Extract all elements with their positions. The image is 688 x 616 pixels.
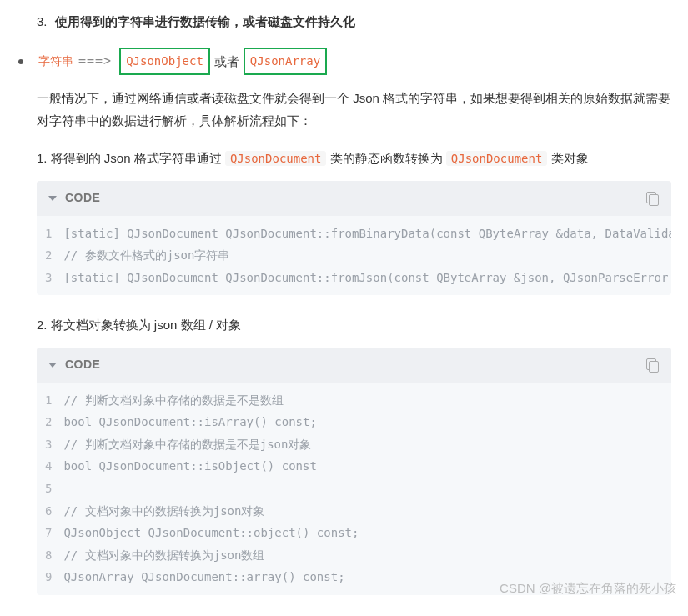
arrow: ===> bbox=[78, 50, 112, 73]
code-body: 1 2 3 4 5 6 7 8 9 // 判断文档对象中存储的数据是不是数组 b… bbox=[37, 383, 671, 595]
preceding-list-item: 3. 使用得到的字符串进行数据传输，或者磁盘文件持久化 bbox=[37, 10, 671, 33]
step-2: 将文档对象转换为 json 数组 / 对象 CODE 1 2 3 4 5 6 7… bbox=[37, 313, 671, 595]
code-line: // 参数文件格式的json字符串 bbox=[63, 248, 229, 262]
code-line: // 判断文档对象中存储的数据是不是json对象 bbox=[63, 438, 311, 451]
code-header[interactable]: CODE bbox=[37, 181, 671, 215]
code-line: bool QJsonDocument::isArray() const; bbox=[63, 415, 316, 428]
or-label: 或者 bbox=[214, 50, 239, 73]
line-numbers: 1 2 3 4 5 6 7 8 9 bbox=[37, 389, 63, 588]
copy-icon[interactable] bbox=[646, 358, 660, 372]
copy-icon[interactable] bbox=[646, 192, 660, 205]
code-block-1: CODE 1 2 3 [static] QJsonDocument QJsonD… bbox=[37, 181, 671, 295]
code-line: // 文档对象中的数据转换为json对象 bbox=[63, 504, 264, 518]
boxed-qjsonarray: QJsonArray bbox=[244, 48, 327, 75]
step2-text: 将文档对象转换为 json 数组 / 对象 bbox=[51, 318, 241, 332]
chevron-down-icon bbox=[48, 196, 57, 201]
boxed-qjsonobject: QJsonObject bbox=[119, 48, 210, 75]
code-title: CODE bbox=[65, 188, 100, 208]
string-label: 字符串 bbox=[38, 51, 73, 72]
step1-post: 类对象 bbox=[547, 151, 588, 165]
chevron-down-icon bbox=[48, 363, 57, 368]
inline-code-qjsondocument-2: QJsonDocument bbox=[446, 151, 548, 166]
step-1: 将得到的 Json 格式字符串通过 QJsonDocument 类的静态函数转换… bbox=[37, 147, 671, 295]
code-line: [static] QJsonDocument QJsonDocument::fr… bbox=[63, 227, 671, 240]
steps-list: 将得到的 Json 格式字符串通过 QJsonDocument 类的静态函数转换… bbox=[37, 147, 671, 616]
code-header[interactable]: CODE bbox=[37, 348, 671, 382]
bullet-row: 字符串 ===> QJsonObject 或者 QJsonArray bbox=[18, 48, 671, 75]
step1-mid: 类的静态函数转换为 bbox=[326, 151, 445, 165]
bullet-icon bbox=[18, 59, 23, 64]
code-title: CODE bbox=[65, 354, 100, 375]
code-lines: [static] QJsonDocument QJsonDocument::fr… bbox=[63, 223, 671, 289]
line-numbers: 1 2 3 bbox=[37, 223, 63, 289]
step1-pre: 将得到的 Json 格式字符串通过 bbox=[51, 151, 225, 165]
code-line: // 判断文档对象中存储的数据是不是数组 bbox=[63, 393, 283, 407]
code-line: bool QJsonDocument::isObject() const bbox=[63, 459, 316, 473]
code-block-2: CODE 1 2 3 4 5 6 7 8 9 // 判断文档对象中存储的数据是不… bbox=[37, 348, 671, 595]
code-body: 1 2 3 [static] QJsonDocument QJsonDocume… bbox=[37, 216, 671, 296]
code-line: QJsonArray QJsonDocument::array() const; bbox=[63, 570, 344, 583]
code-line: [static] QJsonDocument QJsonDocument::fr… bbox=[63, 271, 671, 284]
list-number: 3. bbox=[37, 10, 52, 33]
inline-code-qjsondocument: QJsonDocument bbox=[225, 151, 327, 166]
list-text: 使用得到的字符串进行数据传输，或者磁盘文件持久化 bbox=[55, 14, 355, 28]
code-line: // 文档对象中的数据转换为json数组 bbox=[63, 548, 264, 562]
intro-paragraph: 一般情况下，通过网络通信或者读磁盘文件就会得到一个 Json 格式的字符串，如果… bbox=[37, 87, 671, 132]
code-lines: // 判断文档对象中存储的数据是不是数组 bool QJsonDocument:… bbox=[63, 389, 671, 588]
code-line: QJsonObject QJsonDocument::object() cons… bbox=[63, 526, 359, 539]
